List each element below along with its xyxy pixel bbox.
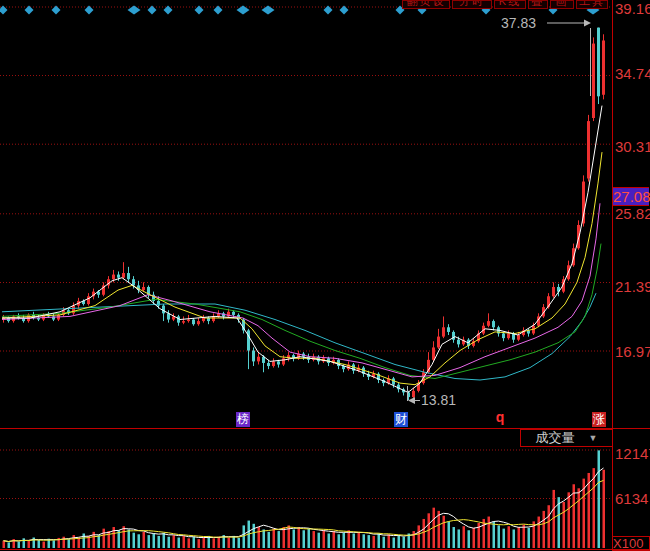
- frame-lines: [0, 0, 650, 551]
- last-price-label: 27.08: [613, 187, 649, 206]
- chevron-down-icon[interactable]: ▼: [589, 430, 598, 446]
- annotation-arrows: [408, 20, 592, 405]
- toolbar-fragment[interactable]: 分时: [452, 0, 492, 9]
- toolbar-fragment[interactable]: 画: [550, 0, 574, 9]
- stock-chart-window: 翻页设置 分时 K线 叠 画 工具 39.16 34.74 30.31 25.8…: [0, 0, 650, 551]
- low-annotation: 13.81: [421, 393, 456, 407]
- volume-bars: [3, 450, 606, 548]
- toolbar-fragment-label: K线: [495, 0, 525, 7]
- toolbar-fragment-label: 工具: [577, 0, 607, 7]
- high-annotation: 37.83: [501, 16, 536, 30]
- toolbar-fragment[interactable]: K线: [494, 0, 526, 9]
- toolbar-fragment-label: 叠: [529, 0, 547, 7]
- toolbar-fragment-label: 画: [551, 0, 573, 7]
- volume-scale-label: X100: [612, 536, 650, 551]
- toolbar-fragment[interactable]: 工具: [576, 0, 608, 9]
- volume-indicator-selector[interactable]: 成交量 ▼: [520, 429, 613, 447]
- price-axis-label: 30.31: [615, 139, 650, 154]
- volume-indicator-label: 成交量: [536, 430, 575, 446]
- marker-chip-q[interactable]: q: [493, 410, 507, 425]
- price-axis-label: 25.82: [615, 206, 650, 221]
- toolbar-fragment[interactable]: 翻页设置: [402, 0, 450, 9]
- price-axis-label: 21.39: [615, 279, 650, 294]
- toolbar-fragment-label: 分时: [453, 0, 491, 7]
- toolbar-fragment-label: 翻页设置: [403, 0, 449, 9]
- chart-canvas[interactable]: [0, 0, 650, 551]
- volume-axis-label: 6134: [615, 491, 648, 506]
- ma-lines: [2, 106, 602, 393]
- price-axis-label: 39.16: [615, 1, 650, 16]
- price-axis-label: 16.97: [615, 344, 650, 359]
- marker-chip-cai[interactable]: 财: [394, 412, 408, 427]
- volume-axis-label: 12147: [615, 446, 650, 461]
- grid-lines: [0, 7, 612, 499]
- marker-chip-bang[interactable]: 榜: [236, 412, 250, 427]
- price-axis-label: 34.74: [615, 66, 650, 81]
- toolbar-fragment[interactable]: 叠: [528, 0, 548, 9]
- marker-chip-zhang[interactable]: 涨: [592, 412, 606, 427]
